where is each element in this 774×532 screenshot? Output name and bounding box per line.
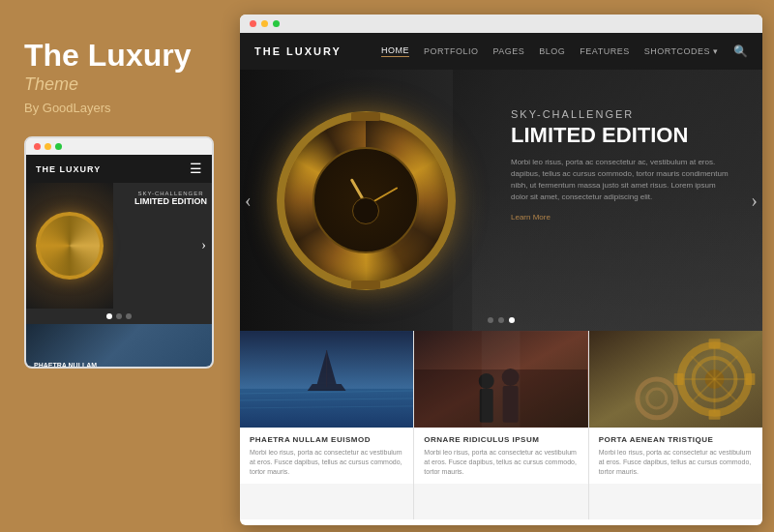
hero-dot-3[interactable] — [509, 317, 515, 323]
search-icon[interactable]: 🔍 — [733, 44, 749, 58]
hero-section: SKY-CHALLENGER LIMITED EDITION Morbi leo… — [240, 70, 762, 331]
desk-minimize-dot[interactable] — [261, 20, 268, 27]
card-1-title: PHAETRA NULLAM EUISMOD — [250, 435, 403, 444]
hero-title: LIMITED EDITION — [511, 124, 733, 147]
nav-blog[interactable]: BLOG — [539, 46, 565, 56]
cards-section: PHAETRA NULLAM EUISMOD Morbi leo risus, … — [240, 331, 762, 519]
indicator-3 — [126, 313, 132, 319]
svg-rect-2 — [240, 389, 413, 428]
mobile-bottom-card: PHAETRA NULLAM — [26, 324, 212, 369]
indicator-2 — [116, 313, 122, 319]
watch-circle — [36, 212, 104, 280]
card-2: ORNARE RIDICULUS IPSUM Morbi leo risus, … — [414, 331, 588, 519]
hero-subtitle: SKY-CHALLENGER — [511, 108, 733, 120]
indicator-1 — [106, 313, 112, 319]
card-1: PHAETRA NULLAM EUISMOD Morbi leo risus, … — [240, 331, 414, 519]
nav-features[interactable]: FEATURES — [580, 46, 629, 56]
nav-portfolio[interactable]: PORTFOLIO — [424, 46, 478, 56]
card-1-image — [240, 331, 413, 428]
hero-dot-2[interactable] — [498, 317, 504, 323]
theme-by: By GoodLayers — [24, 101, 213, 115]
desk-close-dot[interactable] — [250, 20, 256, 27]
svg-rect-15 — [482, 331, 521, 428]
nav-links: HOME PORTFOLIO PAGES BLOG FEATURES SHORT… — [381, 44, 748, 58]
mobile-preview: THE LUXURY ☰ SKY-CHALLENGER LIMITED EDIT… — [24, 136, 214, 369]
card-1-text: Morbi leo risus, porta ac consectetur ac… — [250, 448, 403, 476]
card-3: PORTA AENEAN TRISTIQUE Morbi leo risus, … — [589, 331, 762, 519]
card-2-content: ORNARE RIDICULUS IPSUM Morbi leo risus, … — [414, 428, 587, 484]
gear-scene — [589, 331, 762, 428]
close-dot — [34, 143, 41, 150]
card-1-content: PHAETRA NULLAM EUISMOD Morbi leo risus, … — [240, 428, 413, 484]
watch-main — [277, 111, 456, 290]
mobile-next-arrow[interactable]: › — [201, 238, 206, 253]
desktop-navbar: THE LUXURY HOME PORTFOLIO PAGES BLOG FEA… — [240, 33, 762, 70]
mobile-limited-edition: LIMITED EDITION — [134, 196, 207, 207]
left-panel: The Luxury Theme By GoodLayers THE LUXUR… — [0, 0, 237, 532]
minimize-dot — [45, 143, 51, 150]
watch-face — [313, 147, 419, 253]
card-2-image — [414, 331, 587, 428]
boat-scene — [240, 331, 413, 428]
card-2-text: Morbi leo risus, porta ac consectetur ac… — [424, 448, 578, 476]
mobile-hero: SKY-CHALLENGER LIMITED EDITION › — [26, 183, 212, 309]
card-3-text: Morbi leo risus, porta ac consectetur ac… — [599, 448, 753, 476]
subdial — [352, 197, 379, 224]
mobile-hero-text: SKY-CHALLENGER LIMITED EDITION — [134, 191, 207, 207]
hero-dot-1[interactable] — [488, 317, 493, 323]
hero-indicators — [488, 317, 515, 323]
mobile-titlebar — [26, 138, 212, 155]
desk-expand-dot[interactable] — [273, 20, 280, 27]
nav-home[interactable]: HOME — [381, 45, 409, 57]
hamburger-icon[interactable]: ☰ — [190, 161, 202, 177]
mobile-indicators — [26, 309, 212, 324]
desktop-brand: THE LUXURY — [254, 45, 342, 57]
card-3-content: PORTA AENEAN TRISTIQUE Morbi leo risus, … — [589, 428, 762, 484]
hero-body: Morbi leo risus, porta ac consectetur ac… — [511, 157, 733, 203]
people-scene — [414, 331, 587, 428]
expand-dot — [55, 143, 62, 150]
theme-subtitle: Theme — [24, 74, 213, 95]
card-2-title: ORNARE RIDICULUS IPSUM — [424, 435, 578, 444]
hero-watch — [259, 79, 472, 321]
hero-text-block: SKY-CHALLENGER LIMITED EDITION Morbi leo… — [511, 108, 733, 222]
desktop-preview: THE LUXURY HOME PORTFOLIO PAGES BLOG FEA… — [240, 15, 762, 525]
learn-more-link[interactable]: Learn More — [511, 213, 733, 222]
mobile-bottom-label: PHAETRA NULLAM — [34, 362, 97, 369]
card-3-title: PORTA AENEAN TRISTIQUE — [599, 435, 753, 444]
theme-title: The Luxury — [24, 39, 213, 73]
hero-next-arrow[interactable]: › — [751, 190, 758, 212]
nav-shortcodes[interactable]: SHORTCODES ▾ — [644, 46, 719, 56]
watch-lug-top — [351, 112, 380, 121]
nav-pages[interactable]: PAGES — [492, 46, 524, 56]
mobile-navbar: THE LUXURY ☰ — [26, 155, 212, 183]
watch-lug-bottom — [351, 281, 380, 289]
mobile-brand: THE LUXURY — [36, 164, 101, 174]
card-3-image — [589, 331, 762, 428]
mobile-watch — [26, 183, 113, 309]
desktop-titlebar — [240, 15, 762, 33]
hero-prev-arrow[interactable]: ‹ — [245, 190, 252, 212]
